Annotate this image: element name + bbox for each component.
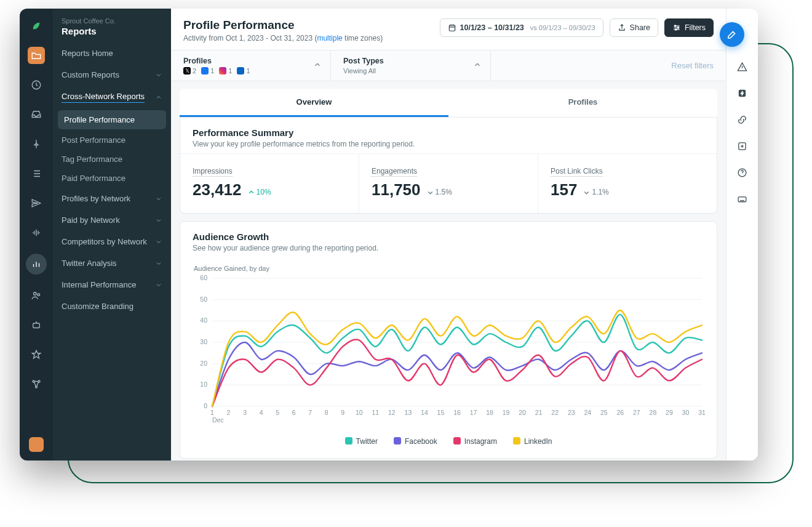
nav-cross-network[interactable]: Cross-Network Reports	[53, 86, 171, 109]
folder-icon[interactable]	[28, 47, 45, 64]
svg-text:30: 30	[200, 338, 207, 345]
svg-point-6	[36, 386, 38, 388]
svg-point-9	[677, 27, 679, 28]
page-title: Profile Performance	[183, 18, 383, 32]
tab-overview[interactable]: Overview	[180, 89, 448, 117]
icon-rail	[20, 9, 53, 461]
activity-range: Activity from Oct 1, 2023 - Oct 31, 2023…	[183, 34, 383, 42]
nav-paid-by-network[interactable]: Paid by Network	[53, 209, 171, 231]
chevron-down-icon	[155, 71, 162, 79]
pin-icon[interactable]	[28, 135, 45, 153]
metric-delta: 1.1%	[583, 188, 608, 196]
list-icon[interactable]	[28, 165, 45, 182]
reset-filters-link[interactable]: Reset filters	[671, 61, 714, 70]
svg-point-10	[675, 29, 677, 30]
audience-growth-card: Audience Growth See how your audience gr…	[180, 221, 717, 459]
svg-text:24: 24	[584, 409, 591, 416]
nav-post-performance[interactable]: Post Performance	[53, 131, 171, 150]
help-icon[interactable]	[737, 167, 747, 180]
chevron-down-icon	[155, 195, 162, 203]
nav-profiles-by-network[interactable]: Profiles by Network	[53, 188, 171, 209]
share-icon	[618, 23, 626, 32]
metric-label: Post Link Clicks	[551, 167, 603, 177]
sliders-icon	[672, 23, 681, 32]
people-icon[interactable]	[28, 287, 45, 304]
nav-customize-branding[interactable]: Customize Branding	[53, 296, 171, 317]
svg-text:9: 9	[341, 409, 344, 416]
alert-icon[interactable]	[737, 62, 747, 74]
svg-text:30: 30	[682, 409, 690, 416]
chevron-down-icon	[155, 238, 162, 246]
svg-text:11: 11	[372, 409, 379, 416]
nav-internal-performance[interactable]: Internal Performance	[53, 274, 171, 296]
timezone-link[interactable]: multiple	[317, 34, 342, 42]
arrow-up-icon	[248, 188, 255, 195]
network-icon[interactable]	[28, 376, 45, 393]
add-icon[interactable]	[737, 141, 747, 154]
svg-text:20: 20	[200, 360, 207, 367]
svg-text:5: 5	[276, 409, 279, 416]
svg-text:23: 23	[568, 409, 575, 416]
compass-icon[interactable]	[28, 76, 45, 94]
nav-paid-performance[interactable]: Paid Performance	[53, 169, 171, 188]
svg-text:31: 31	[698, 409, 706, 416]
legend-twitter: Twitter	[345, 437, 378, 446]
bot-icon[interactable]	[28, 316, 45, 334]
svg-text:60: 60	[200, 275, 207, 281]
nav-custom-reports[interactable]: Custom Reports	[53, 64, 171, 86]
arrow-down-icon	[583, 188, 590, 195]
post-types-filter[interactable]: Post Types Viewing All	[331, 50, 491, 81]
svg-text:50: 50	[200, 296, 207, 303]
svg-text:18: 18	[486, 409, 493, 416]
main-content: Profile Performance Activity from Oct 1,…	[171, 9, 726, 461]
bar-chart-icon[interactable]	[26, 254, 47, 275]
svg-text:40: 40	[200, 316, 207, 324]
share-button[interactable]: Share	[610, 18, 658, 37]
bolt-icon[interactable]	[737, 88, 747, 101]
metric-label: Engagements	[372, 167, 417, 177]
metric-card: Impressions23,41210%	[180, 154, 359, 213]
app-window: Sprout Coffee Co. Reports Reports Home C…	[20, 9, 758, 461]
svg-rect-7	[449, 25, 455, 31]
tab-profiles[interactable]: Profiles	[448, 89, 717, 117]
chevron-down-icon	[155, 260, 162, 267]
chevron-up-icon	[473, 60, 482, 71]
nav-tag-performance[interactable]: Tag Performance	[53, 150, 171, 169]
nav-reports-home[interactable]: Reports Home	[53, 42, 171, 64]
leaf-logo-icon[interactable]	[28, 17, 45, 34]
svg-text:14: 14	[421, 409, 428, 416]
chevron-up-icon	[313, 60, 322, 71]
svg-rect-3	[33, 323, 40, 328]
star-icon[interactable]	[28, 346, 45, 363]
nav-twitter-analysis[interactable]: Twitter Analysis	[53, 252, 171, 274]
chevron-up-icon	[155, 94, 162, 101]
svg-text:4: 4	[260, 409, 263, 416]
audio-icon[interactable]	[28, 224, 45, 241]
linkedin-icon	[237, 67, 244, 74]
chevron-down-icon	[155, 217, 162, 224]
topbar: Profile Performance Activity from Oct 1,…	[171, 9, 726, 50]
inbox-icon[interactable]	[28, 106, 45, 123]
svg-text:8: 8	[325, 409, 328, 416]
nav-profile-performance[interactable]: Profile Performance	[58, 110, 166, 129]
summary-title: Performance Summary	[193, 127, 704, 138]
filters-button[interactable]: Filters	[664, 18, 714, 37]
metric-card: Engagements11,7501.5%	[359, 154, 538, 213]
svg-text:20: 20	[519, 409, 526, 416]
keyboard-icon[interactable]	[737, 194, 747, 207]
date-range-button[interactable]: 10/1/23 – 10/31/23 vs 09/1/23 – 09/30/23	[440, 18, 603, 37]
metric-card: Post Link Clicks1571.1%	[538, 154, 717, 213]
legend-instagram: Instagram	[453, 437, 497, 446]
svg-text:27: 27	[633, 409, 640, 416]
profiles-filter[interactable]: Profiles 𝕏2 1 1 1	[171, 50, 331, 81]
svg-point-8	[674, 25, 675, 26]
send-icon[interactable]	[28, 195, 45, 212]
svg-text:25: 25	[600, 409, 608, 416]
nav-competitors-by-network[interactable]: Competitors by Network	[53, 231, 171, 252]
right-rail	[726, 9, 758, 461]
svg-rect-60	[738, 197, 746, 202]
link-icon[interactable]	[737, 115, 747, 127]
compose-button[interactable]	[720, 22, 744, 47]
avatar-icon[interactable]	[29, 437, 44, 452]
facebook-icon	[201, 67, 209, 74]
